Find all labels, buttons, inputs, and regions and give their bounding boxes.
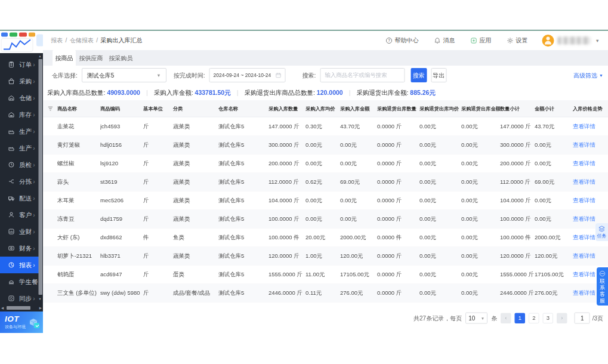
cell: hlb3371 [100, 246, 143, 265]
tab-按商品[interactable]: 按商品 [53, 50, 76, 66]
cell: 11.00元 [305, 265, 340, 283]
column-header[interactable]: 基本单位 [143, 100, 173, 117]
view-details-link[interactable]: 查看详情 [573, 160, 595, 166]
customer-service-float-button[interactable]: 联系客服 [597, 267, 608, 306]
sidebar-item-报表[interactable]: 报表› [0, 257, 39, 273]
cell: 0.0000 斤 [377, 135, 419, 154]
sidebar-item-label: 报表 [19, 261, 32, 269]
date-range-input[interactable]: 2024-09-24 ~ 2024-10-24 [209, 68, 286, 82]
chevron-right-icon: › [33, 144, 35, 152]
settings-button[interactable]: 设置 [507, 36, 528, 45]
view-details-link[interactable]: 查看详情 [573, 123, 595, 129]
cell: 测试仓库5 [218, 191, 268, 209]
header-actions: ? 帮助中心 消息 应用 设置 ▼ [371, 35, 600, 47]
sidebar-item-生产[interactable]: 生产› [0, 140, 39, 156]
user-menu[interactable]: ▼ [542, 35, 600, 47]
breadcrumb-reports[interactable]: 报表 [51, 36, 63, 45]
page-button-2[interactable]: 2 [529, 313, 539, 323]
column-header[interactable]: 采购退货出库均价 [419, 100, 461, 117]
sidebar-item-采购[interactable]: 采购› [0, 73, 39, 90]
sidebar-hscroll-thumb[interactable] [7, 306, 30, 310]
sidebar-item-分拣[interactable]: 分拣› [0, 173, 39, 190]
summary-value: 49093.0000 [107, 89, 140, 96]
sidebar-scroll-right-icon[interactable]: ▶ [39, 306, 42, 310]
app-logo [0, 31, 43, 54]
sidebar-item-财务[interactable]: 财务› [0, 240, 39, 257]
column-header[interactable]: 分类 [173, 100, 218, 117]
sidebar-item-label: 配送 [19, 194, 32, 202]
tab-按供应商[interactable]: 按供应商 [76, 50, 106, 66]
column-header[interactable]: 商品编码 [100, 100, 143, 117]
sidebar-item-业财[interactable]: 业财› [0, 223, 39, 240]
apps-button[interactable]: 应用 [471, 36, 492, 45]
export-button[interactable]: 导出 [431, 68, 446, 82]
cell: 0.00元 [461, 154, 500, 172]
column-header[interactable]: 采购退货出库金额 [461, 100, 500, 117]
main-content: 按商品按供应商按采购员 仓库选择: 测试仓库5 ▼ 按完成时间: 2024-09… [43, 50, 608, 325]
sidebar-item-配送[interactable]: 配送› [0, 190, 39, 206]
help-center-button[interactable]: ? 帮助中心 [386, 36, 419, 45]
column-header[interactable]: 采购退货出库数量 [377, 100, 419, 117]
sidebar-item-订单[interactable]: 订单› [0, 56, 39, 73]
page-button-1[interactable]: 1 [515, 313, 526, 323]
cell: 1.00元 [305, 246, 340, 265]
cell: 0.00元 [461, 191, 500, 209]
view-details-link[interactable]: 查看详情 [573, 252, 595, 259]
chevron-down-icon: ▼ [156, 73, 161, 78]
prev-page-button[interactable]: ‹ [501, 313, 511, 323]
cell: 0.00元 [340, 135, 377, 154]
sidebar-item-学生餐[interactable]: 学生餐 [0, 273, 39, 290]
page-button-3[interactable]: 3 [543, 313, 554, 323]
cell: 0.00元 [419, 228, 461, 246]
column-header[interactable]: 入库价格走势 [573, 100, 608, 117]
column-header[interactable]: 采购入库金额 [340, 100, 377, 117]
column-header[interactable]: 采购入库数量 [268, 100, 305, 117]
view-details-link[interactable]: 查看详情 [573, 234, 595, 240]
tasks-float-button[interactable]: 任务 [595, 223, 608, 241]
sidebar-item-库存[interactable]: 库存› [0, 106, 39, 123]
column-settings-header[interactable] [43, 100, 57, 117]
view-details-link[interactable]: 查看详情 [573, 141, 595, 148]
advanced-filter-toggle[interactable]: 高级筛选 ▼ [573, 66, 603, 85]
sidebar-scroll-up-icon[interactable]: ▲ [38, 54, 42, 58]
page-size-select[interactable]: 10▼ [465, 313, 487, 324]
view-details-link[interactable]: 查看详情 [573, 289, 595, 296]
next-page-button[interactable]: › [557, 313, 567, 323]
sidebar-scroll-down-icon[interactable]: ▼ [38, 297, 42, 301]
search-input[interactable]: 输入商品名字或编号搜索 [320, 68, 405, 82]
sidebar-item-客户[interactable]: 客户› [0, 206, 39, 223]
warehouse-select[interactable]: 测试仓库5 ▼ [82, 68, 166, 82]
cell: 胡萝卜-21321 [57, 246, 100, 265]
sidebar-scrollbar-horizontal[interactable]: ◀ ▶ [0, 306, 43, 310]
sidebar-item-仓储[interactable]: 仓储› [0, 90, 39, 106]
cell: 43.70元 [340, 117, 377, 135]
view-details-link[interactable]: 查看详情 [573, 215, 595, 222]
sidebar-scroll-left-icon[interactable]: ◀ [1, 306, 4, 310]
iot-banner[interactable]: IOT 设备与环境 [0, 311, 43, 333]
advanced-filter-label: 高级筛选 [573, 71, 597, 79]
summary-value: 120.0000 [317, 89, 343, 96]
column-header[interactable]: 采购入库均价 [305, 100, 340, 117]
cell: 测试仓库5 [218, 172, 268, 191]
column-header[interactable]: 仓库名称 [218, 100, 268, 117]
cell: 276.00元 [535, 283, 573, 302]
breadcrumb-warehouse-reports[interactable]: 仓储报表 [70, 36, 94, 45]
sidebar-item-同步[interactable]: 同步› [0, 290, 39, 307]
column-header[interactable]: 数量小计 [500, 100, 535, 117]
cell: 蔬菜类 [173, 117, 218, 135]
column-header[interactable]: 商品名称 [57, 100, 100, 117]
messages-button[interactable]: 消息 [434, 36, 455, 45]
username-redacted [558, 36, 591, 44]
cell: 2000.00元 [535, 228, 573, 246]
sidebar-scrollbar-vertical[interactable] [39, 59, 43, 295]
sidebar-item-生产[interactable]: 生产› [0, 123, 39, 140]
view-details-link[interactable]: 查看详情 [573, 178, 595, 185]
view-details-link[interactable]: 查看详情 [573, 271, 595, 277]
search-button[interactable]: 搜索 [411, 68, 427, 82]
cell: 韭菜花 [57, 117, 100, 135]
tab-按采购员[interactable]: 按采购员 [106, 50, 135, 66]
sidebar-item-质检[interactable]: 质检› [0, 156, 39, 173]
column-header[interactable]: 金额小计 [535, 100, 573, 117]
page-jump-input[interactable]: 1 [575, 313, 590, 324]
view-details-link[interactable]: 查看详情 [573, 197, 595, 203]
